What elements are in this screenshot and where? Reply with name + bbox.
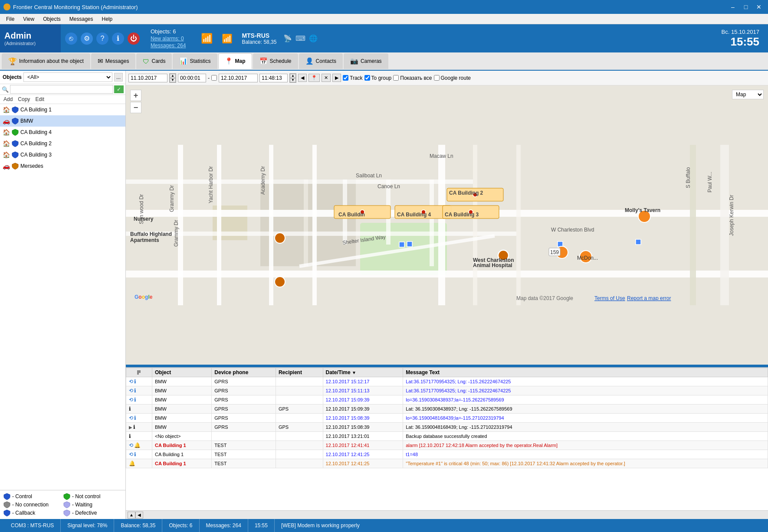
svg-rect-18 (430, 180, 434, 266)
power-icon[interactable]: ⏻ (128, 33, 140, 45)
table-row[interactable]: ⟲ℹ BMW GPRS 12.10.2017 15:08:39 lo=36.15… (126, 414, 768, 423)
svg-rect-7 (438, 145, 445, 305)
cell-datetime: 12.10.2017 15:12:17 (323, 377, 403, 386)
tab-cameras[interactable]: 📷 Cameras (344, 53, 388, 69)
tab-statistics[interactable]: 📊 Statistics (173, 53, 217, 69)
table-row[interactable]: ℹ <No object> 12.10.2017 13:21:01 Backup… (126, 432, 768, 441)
sidebar-item-ca-building-3[interactable]: 🏠 CA Building 3 (0, 149, 125, 160)
table-row[interactable]: 🔔 CA Building 1 TEST 12.10.2017 12:41:25… (126, 459, 768, 468)
svg-text:Map data ©2017 Google: Map data ©2017 Google (516, 295, 573, 301)
house-icon-1: 🏠 (3, 106, 10, 113)
cell-recipient (276, 377, 323, 386)
menu-objects[interactable]: Objects (39, 15, 65, 23)
search-button[interactable]: ✓ (114, 85, 124, 93)
time-to-down[interactable]: ▼ (290, 78, 296, 82)
time-from-down[interactable]: ▼ (170, 78, 176, 82)
sidebar-item-bmw[interactable]: 🚗 BMW (0, 115, 125, 127)
col-object[interactable]: Object (152, 368, 212, 377)
date-to-input[interactable] (219, 74, 258, 82)
show-all-checkbox[interactable] (393, 75, 399, 81)
tab-contacts[interactable]: 👤 Contacts (299, 53, 343, 69)
search-input[interactable] (10, 85, 113, 94)
info-icon[interactable]: ℹ (112, 33, 124, 45)
map-container[interactable]: CA Buildin CA Building 4 CA Building 2 C… (126, 85, 768, 365)
cameras-tab-label: Cameras (361, 58, 382, 64)
copy-button[interactable]: Copy (18, 96, 30, 102)
col-device-phone[interactable]: Device phone (212, 368, 276, 377)
extra-icons: 📡 ⌨ 🌐 (283, 34, 318, 42)
edit-button[interactable]: Edit (35, 96, 44, 102)
add-button[interactable]: Add (3, 96, 13, 102)
signal-wave-icon: 📶 (201, 33, 213, 44)
new-alarms[interactable]: New alarms: 0 (151, 36, 186, 42)
google-route-checkbox[interactable] (434, 75, 440, 81)
time-from-up[interactable]: ▲ (170, 74, 176, 78)
sidebar: Objects <All> ... 🔍 ✓ Add Copy Edit 🏠 CA… (0, 71, 126, 519)
table-scroll-up[interactable]: ▲ (128, 512, 135, 519)
table-row[interactable]: ⟲ℹ BMW GPRS 12.10.2017 15:09:39 lo=36.15… (126, 395, 768, 405)
zoom-out-button[interactable]: − (130, 102, 141, 113)
expand-icon: ▶ (129, 425, 132, 430)
table-row[interactable]: ℹ BMW GPRS GPS 12.10.2017 15:09:39 Lat: … (126, 405, 768, 414)
minimize-button[interactable]: – (727, 3, 738, 11)
sidebar-item-mersedes[interactable]: 🚗 Mersedes (0, 160, 125, 172)
tab-info[interactable]: 🏆 Information about the object (2, 53, 90, 69)
svg-point-31 (275, 233, 285, 243)
messages-count[interactable]: Messages: 264 (151, 42, 186, 49)
col-datetime[interactable]: Date/Time ▼ (323, 368, 403, 377)
sidebar-item-ca-building-2[interactable]: 🏠 CA Building 2 (0, 138, 125, 149)
exit-icon[interactable]: ⎋ (65, 33, 77, 45)
sidebar-item-ca-building-4[interactable]: 🏠 CA Building 4 (0, 127, 125, 138)
time-to-input[interactable] (259, 74, 288, 82)
refresh-icon-9: ⟲ (129, 451, 133, 457)
cell-recipient (276, 386, 323, 395)
table-row[interactable]: ⟲🔔 CA Building 1 TEST 12.10.2017 12:41:4… (126, 441, 768, 450)
range-checkbox[interactable] (211, 75, 217, 81)
sidebar-more-button[interactable]: ... (114, 73, 123, 82)
cell-phone (212, 432, 276, 441)
play-button[interactable]: ▶ (332, 74, 341, 82)
settings-icon[interactable]: ⚙ (81, 33, 93, 45)
cell-phone: GPRS (212, 405, 276, 414)
svg-text:CA Building 4: CA Building 4 (397, 212, 431, 218)
cards-tab-icon: 🛡 (143, 58, 149, 65)
tab-schedule[interactable]: 📅 Schedule (253, 53, 298, 69)
cards-tab-label: Cards (151, 58, 165, 64)
col-message-text[interactable]: Message Text (403, 368, 768, 377)
table-row[interactable]: ⟲ℹ BMW GPRS 12.10.2017 15:11:13 Lat:36.1… (126, 386, 768, 395)
sidebar-filter[interactable]: <All> (23, 72, 112, 82)
table-scroll-left[interactable]: ◀ (135, 512, 143, 519)
maximize-button[interactable]: □ (740, 3, 752, 11)
legend-defective: - Defective (63, 509, 122, 516)
map-type-select[interactable]: Map Satellite Terrain (732, 90, 764, 99)
help-icon[interactable]: ? (96, 33, 108, 45)
close-button[interactable]: ✕ (753, 3, 765, 11)
table-row[interactable]: ⟲ℹ BMW GPRS 12.10.2017 15:12:17 Lat:36.1… (126, 377, 768, 386)
zoom-in-button[interactable]: + (130, 90, 141, 101)
menu-file[interactable]: File (2, 15, 19, 23)
sidebar-list: 🏠 CA Building 1 🚗 BMW 🏠 CA Building 4 🏠 … (0, 104, 125, 490)
cell-text: lo=36.1590308438937;la=-115.262267589569 (403, 395, 768, 405)
menu-bar: File View Objects Messages Help (0, 14, 768, 24)
col-recipient[interactable]: Recipient (276, 368, 323, 377)
message-table-container: Object Device phone Recipient Date/Time … (126, 367, 768, 510)
tab-messages[interactable]: ✉ Messages (91, 53, 136, 69)
time-from-input[interactable] (178, 74, 206, 82)
track-checkbox[interactable] (343, 75, 348, 81)
object-name-2: CA Building 2 (20, 140, 52, 147)
table-row[interactable]: ⟲ℹ CA Building 1 TEST 12.10.2017 12:41:2… (126, 450, 768, 459)
date-from-input[interactable] (128, 74, 167, 82)
table-row[interactable]: ▶ℹ BMW GPRS GPS 12.10.2017 15:08:39 Lat:… (126, 423, 768, 432)
menu-view[interactable]: View (19, 15, 39, 23)
time-to-up[interactable]: ▲ (290, 74, 296, 78)
arrow-left-button[interactable]: ◀ (298, 74, 307, 82)
sidebar-item-ca-building-1[interactable]: 🏠 CA Building 1 (0, 104, 125, 115)
tab-cards[interactable]: 🛡 Cards (136, 53, 172, 69)
x-button[interactable]: ✕ (322, 74, 331, 82)
to-group-checkbox[interactable] (364, 75, 370, 81)
pin-button[interactable]: 📍 (309, 74, 320, 82)
status-messages: Messages: 264 (200, 519, 248, 532)
menu-messages[interactable]: Messages (65, 15, 98, 23)
tab-map[interactable]: 📍 Map (218, 53, 252, 69)
menu-help[interactable]: Help (98, 15, 117, 23)
